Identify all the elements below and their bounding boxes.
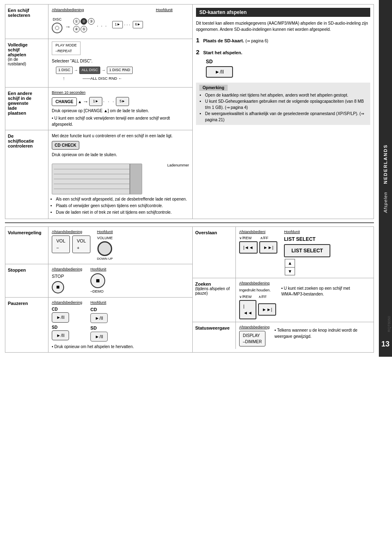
stop-text: STOP bbox=[52, 273, 82, 280]
sidebar-lang-text: NEDERLANDS bbox=[383, 144, 388, 184]
bottom-right: Overslaan Afstandsbedieni ∨/REW ∧/FF bbox=[193, 227, 374, 353]
statusweergave-content: Afstandsbediening DISPLAY–DIMMER • Telke… bbox=[236, 322, 374, 349]
change-instr1: Druk opnieuw op [CHANGE ▲] om de lade te… bbox=[52, 108, 149, 113]
arrow-up: ↑ bbox=[62, 75, 65, 82]
zoek-rew-ff: ∨/REW ∧/FF bbox=[239, 294, 276, 300]
change-instr2: • U kunt een schijf ook verwijderen terw… bbox=[52, 116, 170, 127]
list-select-block: LIST SELECT ▲ ▼ bbox=[284, 244, 330, 275]
vol-hoofdunit: Hoofdunit VOLUME DOWN UP bbox=[97, 229, 113, 261]
section-divider bbox=[5, 222, 374, 223]
ff-btn[interactable]: ►►| bbox=[259, 241, 278, 254]
stoppen-hfd-head: Hoofdunit bbox=[90, 267, 106, 272]
arrow-f1: → bbox=[74, 67, 78, 73]
disc-num-2: ② bbox=[81, 18, 87, 25]
sd-play-area: SD ►/II bbox=[206, 59, 370, 78]
flow-diagram: 1 DISC → ALL DISC → 1 DISC RND ↑ ——ALL D… bbox=[52, 67, 189, 82]
repeat-text: –REPEAT bbox=[55, 49, 72, 53]
pauzeren-afstand-head: Afstandsbediening bbox=[52, 300, 82, 306]
dn-arrow-btn[interactable]: ▼ bbox=[285, 268, 295, 275]
statusweergave-row: Statusweergave Afstandsbediening DISPLAY… bbox=[193, 322, 374, 349]
bullet-1: Als een schijf wordt afgespeeld, zal de … bbox=[56, 196, 189, 202]
sd-play-pause[interactable]: ►/II bbox=[52, 330, 69, 341]
afstand-head-1: Afstandsbediening bbox=[52, 7, 84, 13]
vol-afstand-head: Afstandsbediening bbox=[52, 229, 90, 235]
stoppen-label: Stoppen bbox=[5, 264, 48, 297]
ingedrukt-text: Ingedrukt houden. bbox=[239, 287, 276, 293]
display-btn[interactable]: DISPLAY–DIMMER bbox=[239, 331, 265, 346]
vol-minus-btn[interactable]: VOL− bbox=[52, 235, 70, 253]
step1-ref: (⇒ pagina 6) bbox=[245, 39, 268, 43]
disc-num-1: ① bbox=[73, 18, 80, 25]
sd-play-pause-hfd[interactable]: ►/II bbox=[90, 332, 108, 342]
overslaan-label: Overslaan bbox=[193, 227, 236, 278]
sd-label-text: SD bbox=[206, 59, 370, 65]
sd-play-btn[interactable]: ►/II bbox=[206, 66, 233, 78]
cd-play-pause-hfd[interactable]: ►/II bbox=[90, 313, 108, 323]
step2: 2 Start het afspelen. SD ►/II bbox=[196, 48, 370, 78]
zoek-ff-btn[interactable]: ►►| bbox=[258, 303, 277, 316]
down-label: DOWN bbox=[97, 256, 107, 261]
bottom-sections: Volumeregeling Afstandsbediening VOL− VO… bbox=[5, 226, 374, 353]
volledige-sub: (in deruststand) bbox=[8, 57, 46, 66]
overslaan-hfd-head: Hoofdunit bbox=[284, 229, 330, 235]
vol-afstand: Afstandsbediening VOL− VOL+ bbox=[52, 229, 90, 254]
status-afstand-head: Afstandsbediening bbox=[239, 325, 270, 330]
change-instruction: Druk opnieuw op [CHANGE ▲] om de lade te… bbox=[52, 108, 189, 114]
sd-note-area: Opmerking Open de kaartklep niet tijdens… bbox=[196, 83, 370, 125]
change-button[interactable]: CHANGE bbox=[52, 97, 77, 106]
cd-play-pause[interactable]: ►/II bbox=[52, 312, 69, 323]
status-afstand: Afstandsbediening DISPLAY–DIMMER bbox=[239, 325, 270, 347]
up-label: UP bbox=[108, 256, 113, 261]
step2-num: 2 bbox=[196, 48, 199, 55]
stop-hfd-btn[interactable]: ■ bbox=[90, 273, 105, 288]
zoeken-afstand: Afstandsbediening Ingedrukt houden. ∨/RE… bbox=[239, 281, 276, 319]
zoeken-row: Zoeken (tijdens afspelen of pauze) Afsta… bbox=[193, 278, 374, 322]
disc-icon bbox=[52, 23, 62, 33]
sd-intro: Dit toestel kan alleen muziekgegevens (A… bbox=[196, 20, 370, 32]
sd-note-1: Open de kaartklep niet tijdens het afspe… bbox=[205, 92, 367, 98]
hoofdunit-head-1: Hoofdunit bbox=[156, 7, 173, 13]
up-arrow-btn[interactable]: ▲ bbox=[285, 259, 295, 268]
rew-label: ∨/REW bbox=[239, 235, 252, 241]
stoppen-row: Stoppen Afstandsbediening STOP ■ Hoofdun… bbox=[5, 264, 192, 298]
zoeken-content: Afstandsbediening Ingedrukt houden. ∨/RE… bbox=[236, 278, 374, 321]
flow-alldisc: ALL DISC bbox=[79, 67, 101, 74]
een-schijf-content: Afstandsbediening Hoofdunit DISC → bbox=[48, 5, 192, 39]
sd-label-hfd: SD bbox=[90, 325, 108, 332]
vol-plus-btn[interactable]: VOL+ bbox=[72, 235, 90, 253]
sd-label-pauze: SD bbox=[52, 324, 82, 330]
sidebar-page-num: 13 bbox=[381, 340, 390, 349]
schijf-bullets: Als een schijf wordt afgespeeld, zal de … bbox=[52, 196, 189, 215]
cd-label-hfd: CD bbox=[90, 306, 108, 313]
rew-btn[interactable]: |◄◄ bbox=[239, 241, 258, 254]
schijflocatie-content: Met deze functie kunt u controleren of e… bbox=[48, 130, 192, 219]
zoek-rew-btn[interactable]: |◄◄ bbox=[239, 300, 256, 319]
overslaan-afstand-head: Afstandsbedieni bbox=[239, 229, 277, 235]
volume-text: VOLUME bbox=[97, 235, 113, 241]
sd-header: SD-kaarten afspelen bbox=[196, 8, 370, 17]
play-mode-box: PLAY MODE –REPEAT bbox=[52, 42, 81, 55]
ff-label: ∧/FF bbox=[260, 235, 269, 241]
volume-knob[interactable] bbox=[97, 241, 112, 256]
cd-check-btn[interactable]: CD CHECK bbox=[52, 141, 79, 150]
overslaan-content: Afstandsbedieni ∨/REW ∧/FF |◄◄ ►►| bbox=[236, 227, 374, 278]
dots-2: · · · bbox=[103, 99, 115, 105]
overslaan-row: Overslaan Afstandsbedieni ∨/REW ∧/FF bbox=[193, 227, 374, 279]
zoek-rew-label: ∨/REW bbox=[239, 294, 252, 300]
vol-hoofdunit-head: Hoofdunit bbox=[97, 229, 113, 235]
schijflocatie-label: Deschijflocatiecontroleren bbox=[5, 130, 48, 219]
list-select-btn[interactable]: LIST SELECT bbox=[284, 244, 330, 257]
vol-label: Volumeregeling bbox=[5, 227, 48, 264]
sd-panel: SD-kaarten afspelen Dit toestel kan alle… bbox=[193, 5, 374, 219]
pauzeren-note: • Druk opnieuw om het afspelen te hervat… bbox=[52, 344, 189, 350]
volumeregeling-row: Volumeregeling Afstandsbediening VOL− VO… bbox=[5, 227, 192, 264]
bottom-left: Volumeregeling Afstandsbediening VOL− VO… bbox=[5, 227, 193, 353]
stop-btn[interactable]: ■ bbox=[52, 281, 64, 293]
change-flow: CHANGE ▲ → 1► · · · 5► bbox=[52, 97, 189, 106]
ladenummer-label: Ladenummer bbox=[167, 163, 189, 169]
disc-num-3: ③ bbox=[88, 18, 95, 25]
pauzeren-row: Pauzeren Afstandsbediening CD ►/II SD ►/… bbox=[5, 298, 192, 353]
rew-ff-labels: ∨/REW ∧/FF bbox=[239, 235, 277, 241]
list-select-label: LIST SELECT bbox=[284, 235, 330, 243]
disc-label: DISC bbox=[53, 17, 62, 23]
